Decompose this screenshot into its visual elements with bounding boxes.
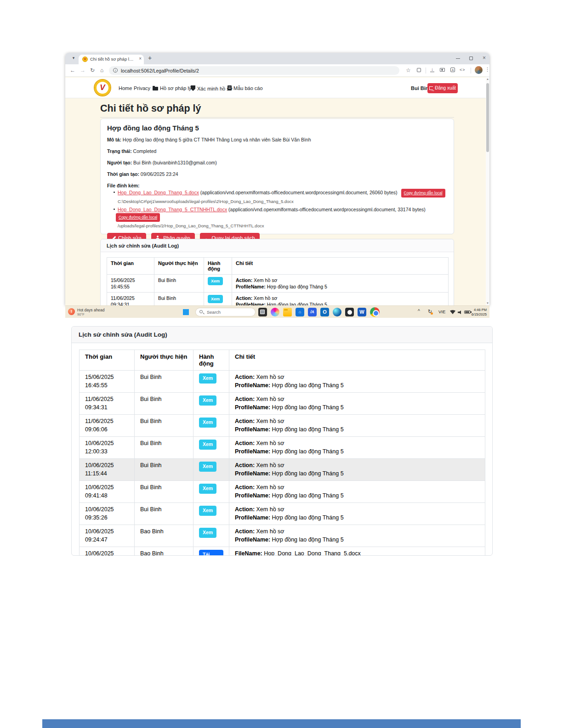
- audit-action: Xem: [193, 481, 229, 503]
- window-minimize-button[interactable]: [456, 58, 460, 59]
- home-icon[interactable]: ⌂: [100, 67, 103, 73]
- task-view-icon[interactable]: [258, 308, 267, 316]
- audit-time: 11/06/2025 09:34:31: [80, 393, 135, 415]
- window-maximize-button[interactable]: [469, 56, 473, 60]
- weather-temp[interactable]: 90°F: [77, 312, 85, 316]
- audit-row: 10/06/2025 11:15:44Bui BinhXemAction: Xe…: [80, 459, 485, 481]
- audit-detail-line: ProfileName: Hợp đồng lao động Tháng 5: [235, 470, 479, 478]
- audit-row: 10/06/2025 09:35:26Bui BinhXemAction: Xe…: [80, 503, 485, 525]
- audit-action: Xem: [193, 525, 229, 547]
- wifi-icon[interactable]: [450, 310, 455, 314]
- profile-created-time: Thời gian tạo: 09/06/2025 23:24: [107, 171, 447, 177]
- forward-icon[interactable]: →: [80, 67, 85, 73]
- menu-kebab-icon[interactable]: ⋮: [485, 67, 490, 73]
- address-bar[interactable]: i localhost:5062/LegalProfile/Details/2: [109, 66, 399, 75]
- github-icon[interactable]: [345, 308, 354, 316]
- lens-icon[interactable]: [440, 68, 445, 72]
- report-icon: [227, 85, 232, 90]
- microsoft-store-icon[interactable]: ⌂: [296, 308, 304, 316]
- action-badge: Tải xuống: [199, 550, 223, 556]
- tab-close-icon[interactable]: ×: [139, 56, 142, 61]
- action-badge: Xem: [199, 484, 216, 494]
- col-user: Người thực hiện: [135, 350, 193, 371]
- taskbar-clock[interactable]: 4:46 PM 6/15/2025: [465, 308, 487, 316]
- audit-detail-line: ProfileName: Hợp đồng lao động Tháng 5: [235, 492, 479, 500]
- audit-user: Bui Binh: [135, 437, 193, 459]
- audit-detail-line: ProfileName: Hợp đồng lao động Tháng 5: [235, 536, 479, 544]
- audit-time: 10/06/2025 11:15:44: [80, 459, 135, 481]
- windows-start-icon[interactable]: [183, 309, 189, 315]
- copy-local-path-button[interactable]: Copy đường dẫn local: [401, 189, 445, 198]
- web-page: V Home Privacy Hồ sơ pháp lý Xác minh hồ…: [65, 77, 489, 305]
- scrollbar-thumb[interactable]: [486, 83, 489, 152]
- devtools-icon[interactable]: <>: [460, 68, 466, 72]
- action-badge: Xem: [199, 418, 216, 428]
- audit-time: 10/06/2025 09:35:26: [80, 503, 135, 525]
- nav-privacy[interactable]: Privacy: [134, 85, 150, 91]
- audit-row: 10/06/2025 09:41:48Bui BinhXemAction: Xe…: [80, 481, 485, 503]
- scroll-up-icon[interactable]: ▲: [486, 78, 489, 80]
- action-badge: Xem: [208, 295, 223, 303]
- volume-icon[interactable]: [458, 310, 462, 314]
- reload-icon[interactable]: ↻: [90, 67, 95, 73]
- toolbar-divider: [426, 68, 426, 73]
- shield-icon: [191, 85, 195, 91]
- word-icon[interactable]: W: [358, 308, 366, 316]
- taskbar-search[interactable]: Search: [195, 308, 256, 316]
- azure-app-icon[interactable]: /A: [308, 308, 317, 316]
- profile-status: Trạng thái: Completed: [107, 148, 447, 154]
- col-user: Người thực hiện: [154, 258, 204, 275]
- attachment-link[interactable]: Hop_Dong_Lao_Dong_Thang_5.docx: [118, 190, 199, 195]
- back-icon[interactable]: ←: [70, 67, 75, 73]
- nav-home[interactable]: Home: [119, 85, 132, 91]
- profile-avatar[interactable]: [475, 66, 483, 74]
- audit-action: Xem: [204, 293, 232, 306]
- col-time: Thời gian: [80, 350, 135, 371]
- col-time: Thời gian: [107, 258, 154, 275]
- tray-expand-icon[interactable]: ^: [418, 309, 420, 314]
- window-close-button[interactable]: ×: [483, 55, 486, 61]
- audit-detail-line: ProfileName: Hợp đồng lao động Tháng 5: [235, 382, 479, 390]
- audit-time: 11/06/2025 09:34:31: [107, 293, 154, 306]
- edge-icon[interactable]: [333, 308, 341, 316]
- audit-detail: Action: Xem hồ sơProfileName: Hợp đồng l…: [229, 371, 485, 393]
- language-indicator[interactable]: VIE: [438, 309, 445, 314]
- page-root: ▾ V Chi tiết hồ sơ pháp lý - prj1 × + × …: [0, 0, 563, 728]
- bullet-icon: [114, 192, 115, 193]
- new-tab-button[interactable]: +: [148, 54, 152, 62]
- logout-button[interactable]: Đăng xuất: [427, 83, 458, 93]
- audit-time: 10/06/2025 09:24:47: [80, 525, 135, 547]
- audit-detail: Action: Xem hồ sơProfileName: Hợp đồng l…: [229, 525, 485, 547]
- weather-headline[interactable]: Hot days ahead: [77, 308, 105, 312]
- page-scrollbar[interactable]: ▲ ▼: [486, 77, 489, 305]
- brand-logo[interactable]: V: [94, 79, 111, 96]
- sync-tray-icon[interactable]: ↻: [428, 309, 432, 315]
- side-panel-icon[interactable]: [417, 68, 421, 72]
- audit-detail-line: ProfileName: Hợp đồng lao động Tháng 5: [235, 426, 479, 434]
- file-explorer-icon[interactable]: [283, 308, 292, 316]
- copilot-icon[interactable]: [271, 308, 279, 316]
- audit-user: Bui Binh: [135, 459, 193, 481]
- scroll-down-icon[interactable]: ▼: [486, 302, 489, 305]
- outlook-icon[interactable]: O: [320, 308, 329, 316]
- chrome-icon[interactable]: [370, 307, 380, 317]
- nav-verify[interactable]: Xác minh hồ sơ: [191, 85, 233, 91]
- attachment-link[interactable]: Hop_Dong_Lao_Dong_Thang_5_CTTNHHTL.docx: [118, 207, 227, 212]
- nav-report-template[interactable]: Mẫu báo cáo: [227, 85, 263, 91]
- audit-time: 10/06/2025 12:00:33: [80, 437, 135, 459]
- url-text: localhost:5062/LegalProfile/Details/2: [121, 68, 199, 73]
- download-icon[interactable]: ↓: [430, 67, 434, 72]
- audit-log-title: Lịch sử chỉnh sửa (Audit Log): [101, 239, 454, 252]
- weather-icon[interactable]: !: [68, 308, 75, 315]
- action-badge: Xem: [208, 277, 223, 285]
- site-info-icon[interactable]: i: [113, 68, 118, 73]
- tab-search-icon[interactable]: ▾: [70, 55, 77, 62]
- nav-legal-profiles[interactable]: Hồ sơ pháp lý: [153, 85, 191, 91]
- copy-local-path-button[interactable]: Copy đường dẫn local: [116, 213, 160, 222]
- audit-log-card: Lịch sử chỉnh sửa (Audit Log) Thời gian …: [100, 239, 454, 305]
- browser-tab[interactable]: V Chi tiết hồ sơ pháp lý - prj1 ×: [79, 55, 144, 64]
- bookmark-star-icon[interactable]: ☆: [406, 67, 411, 73]
- table-header-row: Thời gian Người thực hiện Hành động Chi …: [107, 258, 449, 275]
- col-detail: Chi tiết: [229, 350, 485, 371]
- translate-icon[interactable]: A: [450, 68, 455, 72]
